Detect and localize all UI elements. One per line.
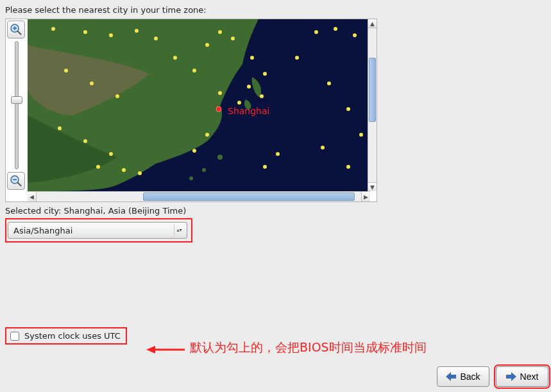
city-dot[interactable] [64, 69, 68, 72]
city-dot[interactable] [321, 146, 325, 149]
svg-marker-13 [446, 372, 456, 381]
vertical-scroll-thumb[interactable] [369, 58, 376, 122]
city-dot[interactable] [83, 139, 87, 143]
map-horizontal-scrollbar[interactable]: ◀ ▶ [28, 191, 370, 201]
zoom-slider-track[interactable] [15, 41, 19, 169]
selected-city-value: Shanghai, Asia (Beijing Time) [64, 206, 187, 216]
map-vertical-scrollbar[interactable]: ▲ ▼ [368, 19, 377, 191]
selected-city-prefix: Selected city: [5, 206, 64, 216]
city-dot[interactable] [192, 69, 196, 72]
zoom-in-icon [10, 23, 22, 36]
city-dot[interactable] [83, 30, 87, 34]
city-dot[interactable] [263, 72, 267, 76]
map-area: Shanghai ▲ ▼ ◀ ▶ [5, 19, 377, 202]
svg-point-8 [217, 155, 223, 160]
city-dot[interactable] [353, 33, 357, 37]
zoom-in-button[interactable] [7, 21, 25, 38]
back-button-label: Back [460, 371, 480, 382]
city-dot[interactable] [250, 56, 254, 60]
scroll-down-icon[interactable]: ▼ [368, 182, 377, 191]
city-dot[interactable] [218, 30, 222, 34]
city-dot[interactable] [346, 107, 350, 111]
city-dot[interactable] [205, 133, 209, 137]
city-dot[interactable] [58, 126, 62, 130]
city-dot[interactable] [359, 133, 363, 137]
city-dot[interactable] [237, 101, 241, 105]
back-button[interactable]: Back [437, 366, 489, 387]
city-dot[interactable] [295, 56, 299, 60]
city-dot[interactable] [205, 43, 209, 47]
svg-point-10 [189, 176, 193, 180]
city-dot[interactable] [263, 165, 267, 169]
city-dot[interactable] [173, 56, 177, 60]
scroll-up-icon[interactable]: ▲ [368, 19, 377, 28]
zoom-slider-handle[interactable] [11, 96, 22, 104]
selected-city-text: Selected city: Shanghai, Asia (Beijing T… [5, 206, 546, 216]
city-dot[interactable] [109, 33, 113, 37]
svg-point-9 [202, 168, 206, 172]
city-dot[interactable] [154, 37, 158, 40]
annotation-text: 默认为勾上的，会把BIOS时间当成标准时间 [190, 339, 427, 356]
city-dot[interactable] [247, 85, 251, 89]
zoom-out-button[interactable] [7, 172, 25, 190]
utc-checkbox[interactable] [10, 332, 19, 341]
selected-city-map-label: Shanghai [228, 106, 269, 116]
svg-marker-12 [146, 346, 155, 354]
city-dot[interactable] [51, 27, 55, 31]
city-dot[interactable] [218, 91, 222, 95]
timezone-prompt: Please select the nearest city in your t… [5, 5, 546, 15]
annotation: 默认为勾上的，会把BIOS时间当成标准时间 [146, 339, 454, 356]
nav-button-bar: Back Next [437, 366, 548, 387]
city-dot[interactable] [115, 94, 119, 98]
arrow-right-icon [506, 372, 516, 381]
spinner-icon: ▴▾ [174, 224, 184, 237]
city-dot[interactable] [138, 171, 142, 175]
city-dot[interactable] [109, 152, 113, 156]
zoom-out-icon [10, 175, 22, 187]
city-dot[interactable] [314, 30, 318, 34]
scroll-right-icon[interactable]: ▶ [361, 192, 370, 201]
utc-checkbox-label: System clock uses UTC [24, 331, 121, 341]
timezone-select-value: Asia/Shanghai [13, 226, 72, 235]
timezone-select[interactable]: Asia/Shanghai ▴▾ [8, 222, 187, 239]
timezone-select-highlight: Asia/Shanghai ▴▾ [5, 218, 192, 243]
city-dot[interactable] [276, 152, 280, 156]
svg-line-1 [17, 31, 21, 35]
city-dot[interactable] [327, 81, 331, 85]
arrow-left-icon [446, 372, 456, 381]
city-dot[interactable] [90, 81, 94, 85]
utc-checkbox-row[interactable]: System clock uses UTC [5, 327, 127, 345]
city-dot[interactable] [96, 165, 100, 169]
city-dot[interactable] [231, 37, 235, 40]
city-dot[interactable] [334, 27, 337, 31]
svg-marker-14 [506, 372, 516, 381]
city-dot[interactable] [135, 29, 139, 33]
scroll-left-icon[interactable]: ◀ [28, 192, 37, 201]
city-dot[interactable] [122, 168, 126, 172]
world-map[interactable]: Shanghai [28, 19, 370, 191]
city-dot[interactable] [192, 149, 196, 153]
svg-line-5 [17, 182, 21, 186]
next-button[interactable]: Next [496, 366, 548, 387]
horizontal-scroll-thumb[interactable] [143, 192, 355, 201]
city-dot[interactable] [260, 94, 264, 98]
city-dot[interactable] [346, 165, 350, 169]
annotation-arrow-icon [146, 343, 185, 356]
next-button-label: Next [520, 371, 539, 382]
selected-city-marker[interactable] [216, 107, 221, 112]
